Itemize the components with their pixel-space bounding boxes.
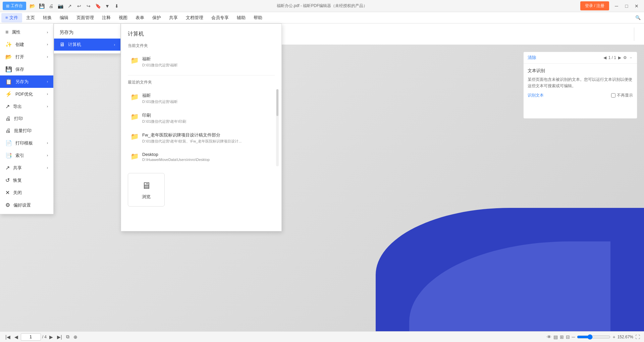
saveas-computer[interactable]: 🖥 计算机 ›: [54, 39, 120, 51]
recent-folder-icon-3: 📁: [130, 152, 139, 160]
file-menu-share[interactable]: ↗ 共享 ›: [0, 162, 53, 174]
print-template-arrow: ›: [47, 141, 48, 145]
save-as-arrow: ›: [47, 80, 48, 83]
recent-folder-item-1[interactable]: 📁 印刷 D:\01微信代运营\老年\印刷: [128, 109, 275, 127]
create-label: 创建: [15, 42, 24, 48]
current-folder-label: 当前文件夹: [128, 43, 275, 49]
recent-folder-item-2[interactable]: 📁 Fw_老年医院标识牌项目设计稿文件部分 D:\01微信代运营\老年\软装、\…: [128, 129, 275, 147]
print-label: 打印: [14, 116, 23, 122]
open-label: 打开: [15, 54, 24, 60]
recover-label: 恢复: [13, 177, 22, 183]
preferences-label: 偏好设置: [13, 202, 31, 208]
pdf-optimize-label: PDF优化: [15, 91, 33, 97]
computer-panel: 计算机 当前文件夹 📁 福昕 D:\01微信代运营\福昕 最近的文件夹 📁 福昕: [121, 23, 282, 231]
browse-icon: 🖥: [142, 180, 151, 191]
menu-overlay[interactable]: ≡ 属性 › ✨ 创建 › 📂 打开 › 💾 保存 📋 另存为 ›: [0, 0, 644, 342]
zoom-slider[interactable]: [577, 334, 610, 340]
computer-arrow: ›: [114, 43, 115, 47]
view-mode-icon-4[interactable]: ⊟: [566, 334, 570, 340]
current-folder-info-0: 福昕 D:\01微信代运营\福昕: [142, 56, 272, 68]
recent-folder-icon-2: 📁: [130, 132, 139, 140]
view-mode-icon-2[interactable]: ▤: [553, 334, 558, 340]
recent-folder-path-2: D:\01微信代运营\老年\软装、\Fw_老年医院标识牌项目设计...: [142, 139, 272, 144]
recent-folder-info-0: 福昕 D:\01微信代运营\福昕: [142, 93, 272, 104]
close-label: 关闭: [13, 190, 22, 196]
recent-folder-item-3[interactable]: 📁 Desktop D:\HuaweiMoveData\Users\rinro\…: [128, 149, 275, 165]
last-page-button[interactable]: ▶|: [56, 334, 63, 340]
insert-page-button[interactable]: ⊕: [72, 334, 79, 340]
close-icon: ✕: [5, 189, 10, 196]
file-menu-pdf-optimize[interactable]: ⚡ PDF优化 ›: [0, 88, 53, 100]
batch-print-icon: 🖨: [5, 128, 11, 134]
file-menu-save[interactable]: 💾 保存: [0, 63, 53, 75]
recent-folder-info-2: Fw_老年医院标识牌项目设计稿文件部分 D:\01微信代运营\老年\软装、\Fw…: [142, 132, 272, 144]
recent-folder-name-1: 印刷: [142, 112, 272, 118]
print-template-label: 打印模板: [15, 140, 33, 146]
recent-folders-list: 📁 福昕 D:\01微信代运营\福昕 📁 印刷 D:\01微信代运营\老年\印刷: [128, 89, 275, 166]
file-menu-batch-print[interactable]: 🖨 批量打印: [0, 125, 53, 137]
batch-print-label: 批量打印: [14, 128, 32, 134]
view-mode-icon-3[interactable]: ⊞: [560, 334, 564, 340]
statusbar: |◀ ◀ / 4 ▶ ▶| ⧉ ⊕ 👁 ▤ ⊞ ⊟ ─ + 152.67% ⛶: [0, 331, 644, 342]
current-folder-name-0: 福昕: [142, 56, 272, 62]
properties-icon: ≡: [5, 29, 8, 35]
recent-folder-icon-0: 📁: [130, 93, 139, 101]
recent-folder-label: 最近的文件夹: [128, 79, 275, 85]
next-page-button[interactable]: ▶: [48, 334, 54, 340]
zoom-in-icon[interactable]: +: [612, 334, 615, 340]
file-menu-print[interactable]: 🖨 打印: [0, 113, 53, 125]
file-menu-export[interactable]: ↗ 导出 ›: [0, 100, 53, 113]
recent-folder-path-1: D:\01微信代运营\老年\印刷: [142, 119, 272, 124]
recent-folder-info-1: 印刷 D:\01微信代运营\老年\印刷: [142, 112, 272, 124]
share-arrow: ›: [47, 166, 48, 170]
file-menu-save-as[interactable]: 📋 另存为 ›: [0, 75, 53, 88]
file-menu-preferences[interactable]: ⚙ 偏好设置: [0, 199, 53, 211]
file-menu-recover[interactable]: ↺ 恢复: [0, 174, 53, 186]
prev-page-button[interactable]: ◀: [13, 334, 19, 340]
recent-folder-name-2: Fw_老年医院标识牌项目设计稿文件部分: [142, 132, 272, 138]
properties-arrow: ›: [47, 31, 48, 34]
recover-icon: ↺: [5, 177, 10, 183]
save-as-label: 另存为: [15, 79, 29, 85]
zoom-controls: 👁 ▤ ⊞ ⊟ ─ + 152.67% ⛶: [547, 334, 640, 340]
recent-folder-name-3: Desktop: [142, 152, 272, 157]
computer-panel-title: 计算机: [128, 31, 275, 38]
computer-icon: 🖥: [59, 42, 65, 48]
open-arrow: ›: [47, 55, 48, 59]
divider-1: [128, 75, 275, 75]
pdf-optimize-icon: ⚡: [5, 91, 12, 97]
pdf-optimize-arrow: ›: [47, 92, 48, 96]
file-menu-index[interactable]: 📑 索引 ›: [0, 149, 53, 162]
scrollbar-track[interactable]: [276, 89, 279, 166]
first-page-button[interactable]: |◀: [4, 334, 12, 340]
recent-folder-item-0[interactable]: 📁 福昕 D:\01微信代运营\福昕: [128, 89, 275, 108]
page-input[interactable]: [21, 333, 41, 341]
current-folder-item-0[interactable]: 📁 福昕 D:\01微信代运营\福昕: [128, 53, 275, 71]
zoom-out-icon[interactable]: ─: [572, 334, 575, 340]
browse-button[interactable]: 🖥 浏览: [128, 173, 165, 207]
save-as-icon: 📋: [5, 78, 12, 85]
file-menu-close[interactable]: ✕ 关闭: [0, 186, 53, 199]
view-mode-icon-1[interactable]: 👁: [547, 334, 551, 340]
recent-folder-path-3: D:\HuaweiMoveData\Users\rinro\Desktop: [142, 158, 272, 162]
file-menu-properties[interactable]: ≡ 属性 ›: [0, 26, 53, 38]
current-folder-icon-0: 📁: [130, 56, 139, 64]
recent-folder-info-3: Desktop D:\HuaweiMoveData\Users\rinro\De…: [142, 152, 272, 162]
zoom-percent-label: 152.67%: [618, 335, 633, 339]
print-template-icon: 📄: [5, 140, 12, 146]
file-menu-print-template[interactable]: 📄 打印模板 ›: [0, 137, 53, 149]
saveas-title-item: 另存为: [54, 26, 120, 39]
preferences-icon: ⚙: [5, 202, 10, 208]
fullscreen-icon[interactable]: ⛶: [635, 334, 640, 340]
computer-label: 计算机: [68, 42, 81, 48]
page-separator: / 4: [42, 335, 47, 339]
file-menu-open[interactable]: 📂 打开 ›: [0, 51, 53, 63]
saveas-submenu: 另存为 🖥 计算机 ›: [54, 23, 121, 54]
copy-page-button[interactable]: ⧉: [65, 333, 71, 340]
scrollbar-thumb[interactable]: [276, 89, 278, 116]
file-menu-create[interactable]: ✨ 创建 ›: [0, 38, 53, 51]
properties-label: 属性: [12, 29, 20, 35]
save-label: 保存: [15, 66, 24, 72]
recent-folder-name-0: 福昕: [142, 93, 272, 99]
file-menu-panel: ≡ 属性 › ✨ 创建 › 📂 打开 › 💾 保存 📋 另存为 ›: [0, 23, 54, 214]
